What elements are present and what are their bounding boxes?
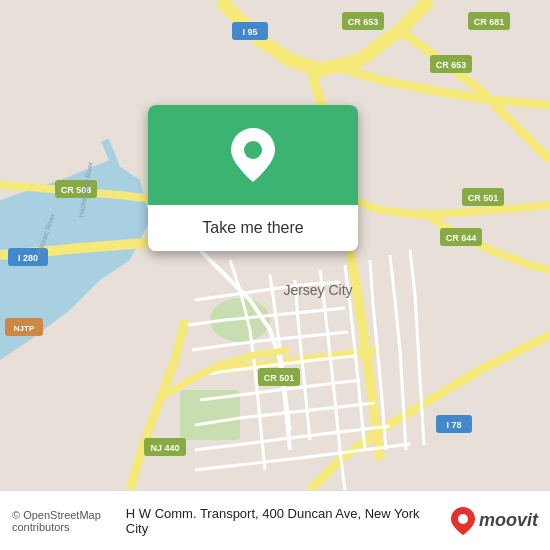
svg-text:I 95: I 95	[242, 27, 257, 37]
svg-text:NJ 440: NJ 440	[150, 443, 179, 453]
moovit-logo: moovit	[451, 507, 538, 535]
location-pin-icon	[231, 128, 275, 182]
svg-text:CR 653: CR 653	[436, 60, 467, 70]
moovit-pin-icon	[451, 507, 475, 535]
svg-text:CR 501: CR 501	[468, 193, 499, 203]
svg-point-33	[458, 514, 468, 524]
svg-text:NJTP: NJTP	[14, 324, 35, 333]
svg-text:CR 681: CR 681	[474, 17, 505, 27]
address-text: H W Comm. Transport, 400 Duncan Ave, New…	[126, 506, 443, 536]
svg-text:I 280: I 280	[18, 253, 38, 263]
moovit-text: moovit	[479, 510, 538, 531]
popup-header	[148, 105, 358, 205]
svg-text:I 78: I 78	[446, 420, 461, 430]
svg-point-32	[244, 141, 262, 159]
take-me-there-button[interactable]: Take me there	[148, 205, 358, 251]
navigation-popup: Take me there	[148, 105, 358, 251]
attribution-text: © OpenStreetMap contributors	[12, 509, 118, 533]
svg-text:CR 644: CR 644	[446, 233, 477, 243]
svg-text:CR 653: CR 653	[348, 17, 379, 27]
svg-text:CR 501: CR 501	[264, 373, 295, 383]
svg-text:Jersey City: Jersey City	[283, 282, 352, 298]
bottom-bar: © OpenStreetMap contributors H W Comm. T…	[0, 490, 550, 550]
map-container: I 95 I 280 CR 653 CR 681 CR 653 CR 508 C…	[0, 0, 550, 490]
